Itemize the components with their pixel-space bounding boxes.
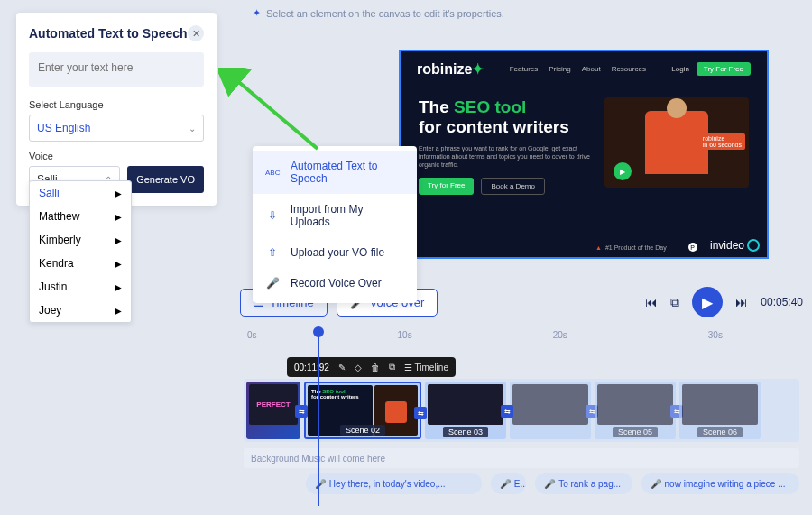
voice-option-kimberly[interactable]: Kimberly▶ (30, 228, 131, 252)
playhead[interactable] (318, 326, 319, 506)
voice-option-salli[interactable]: Salli▶ (30, 181, 131, 205)
preview-body: The SEO toolfor content writers Enter a … (401, 87, 767, 206)
preview-navright: Login Try For Free (671, 62, 751, 76)
tts-header: Automated Text to Speech ✕ (29, 25, 204, 41)
language-label: Select Language (29, 99, 204, 110)
music-track[interactable]: Background Music will come here (244, 448, 799, 468)
clip-scene-04[interactable]: ⇆ (510, 382, 591, 439)
close-icon[interactable]: ✕ (188, 25, 204, 41)
voice-option-justin[interactable]: Justin▶ (30, 275, 131, 299)
edit-icon[interactable]: ✎ (338, 363, 346, 372)
voiceover-menu: ABCAutomated Text to Speech ⇩Import from… (253, 146, 417, 303)
video-track[interactable]: PERFECT ⇆ The SEO toolfor content writer… (244, 379, 799, 442)
voice-option-joey[interactable]: Joey▶ (30, 299, 131, 322)
clip-scene-01[interactable]: PERFECT ⇆ (246, 382, 300, 439)
download-icon: ⇩ (265, 209, 280, 222)
transition-icon[interactable]: ⇆ (414, 407, 427, 419)
vo-clip-3[interactable]: 🎤To rank a pag... (535, 473, 632, 494)
trash-icon[interactable]: 🗑 (371, 363, 380, 372)
annotation-arrow (218, 68, 336, 158)
preview-navlinks: FeaturesPricingAboutResources (510, 65, 646, 73)
menu-item-tts[interactable]: ABCAutomated Text to Speech (253, 151, 417, 194)
upload-icon: ⇧ (265, 246, 280, 259)
abc-icon: ABC (265, 169, 280, 177)
play-icon: ▶ (614, 162, 632, 180)
language-select[interactable]: US English ⌄ (29, 115, 204, 142)
invideo-watermark: invideo (710, 239, 760, 252)
preview-nav: robinize✦ FeaturesPricingAboutResources … (401, 51, 767, 87)
clip-label: Scene 05 (613, 427, 658, 437)
play-icon[interactable]: ▶ (115, 259, 122, 269)
transition-icon[interactable]: ⇆ (295, 405, 308, 418)
cursor-icon: ✦ (253, 7, 261, 19)
menu-item-import[interactable]: ⇩Import from My Uploads (253, 194, 417, 237)
mic-icon: 🎤 (265, 277, 280, 290)
play-icon[interactable]: ▶ (115, 212, 122, 222)
clip-scene-06[interactable]: Scene 06 (679, 382, 761, 439)
mic-icon: 🎤 (500, 479, 511, 489)
play-icon[interactable]: ▶ (115, 189, 122, 198)
chevron-down-icon: ⌄ (189, 124, 196, 133)
skip-forward-icon[interactable]: ⏭ (735, 295, 748, 309)
controls-right: ⏮ ⧉ ▶ ⏭ 00:05:40 (645, 287, 803, 317)
clip-scene-03[interactable]: Scene 03 ⇆ (425, 382, 506, 439)
preview-tag: robinizein 60 seconds (699, 133, 745, 150)
voice-option-kendra[interactable]: Kendra▶ (30, 252, 131, 275)
menu-item-record[interactable]: 🎤Record Voice Over (253, 268, 417, 299)
preview-ctas: Try for Free Book a Demo (419, 178, 592, 195)
preview-heading: The SEO toolfor content writers (419, 97, 592, 137)
clip-label: Scene 03 (443, 427, 488, 437)
tts-title: Automated Text to Speech (29, 26, 188, 41)
crop-icon[interactable]: ◇ (355, 363, 362, 372)
tts-panel: Automated Text to Speech ✕ Select Langua… (16, 13, 217, 206)
play-icon[interactable]: ▶ (115, 282, 122, 292)
mic-icon: 🎤 (315, 479, 326, 489)
menu-item-upload[interactable]: ⇧Upload your VO file (253, 237, 417, 268)
voice-option-matthew[interactable]: Matthew▶ (30, 205, 131, 228)
preview-sub: Enter a phrase you want to rank for on G… (419, 144, 592, 169)
generate-vo-button[interactable]: Generate VO (127, 166, 204, 193)
copy-icon[interactable]: ⧉ (389, 362, 395, 372)
clip-scene-05[interactable]: Scene 05 ⇆ (595, 382, 676, 439)
canvas-hint: ✦ Select an element on the canvas to edi… (253, 7, 504, 19)
play-button[interactable]: ▶ (692, 287, 723, 317)
play-icon[interactable]: ▶ (115, 235, 122, 245)
vo-clip-2[interactable]: 🎤E... (491, 473, 526, 494)
language-value: US English (37, 122, 90, 134)
vo-clip-4[interactable]: 🎤now imagine writing a piece ... (641, 473, 799, 494)
timeline: 0s 10s 20s 30s 00:11:92 ✎ ◇ 🗑 ⧉ ☰ Timeli… (240, 325, 803, 506)
preview-logo: robinize✦ (417, 60, 484, 78)
clip-toolbar: 00:11:92 ✎ ◇ 🗑 ⧉ ☰ Timeline (287, 357, 456, 377)
voice-dropdown: Salli▶ Matthew▶ Kimberly▶ Kendra▶ Justin… (29, 180, 132, 323)
skip-back-icon[interactable]: ⏮ (645, 295, 658, 309)
mic-icon: 🎤 (651, 479, 661, 489)
preview-thumbnail: ▶ robinizein 60 seconds (604, 97, 749, 188)
transition-icon[interactable]: ⇆ (501, 405, 513, 418)
clip-label: Scene 02 (340, 425, 385, 436)
clip-scene-02[interactable]: The SEO toolfor content writers Scene 02… (304, 382, 421, 439)
loop-icon[interactable]: ⧉ (670, 295, 679, 310)
vo-clip-1[interactable]: 🎤Hey there, in today's video,... (306, 473, 482, 494)
clip-time: 00:11:92 (294, 363, 329, 372)
voice-label: Voice (29, 151, 204, 161)
product-hunt-badge: ▲#1 Product of the DayP (595, 243, 697, 252)
mic-icon: 🎤 (544, 479, 555, 489)
svg-line-0 (235, 78, 318, 149)
clip-label: Scene 06 (697, 427, 743, 437)
tts-text-input[interactable] (29, 52, 204, 87)
timeline-ruler[interactable]: 0s 10s 20s 30s (240, 325, 803, 340)
play-icon[interactable]: ▶ (115, 306, 122, 316)
playback-time: 00:05:40 (761, 296, 803, 308)
preview-left: The SEO toolfor content writers Enter a … (419, 97, 592, 195)
voiceover-track: 🎤Hey there, in today's video,... 🎤E... 🎤… (244, 473, 799, 494)
timeline-icon[interactable]: ☰ Timeline (404, 363, 448, 372)
video-preview[interactable]: robinize✦ FeaturesPricingAboutResources … (399, 50, 769, 259)
